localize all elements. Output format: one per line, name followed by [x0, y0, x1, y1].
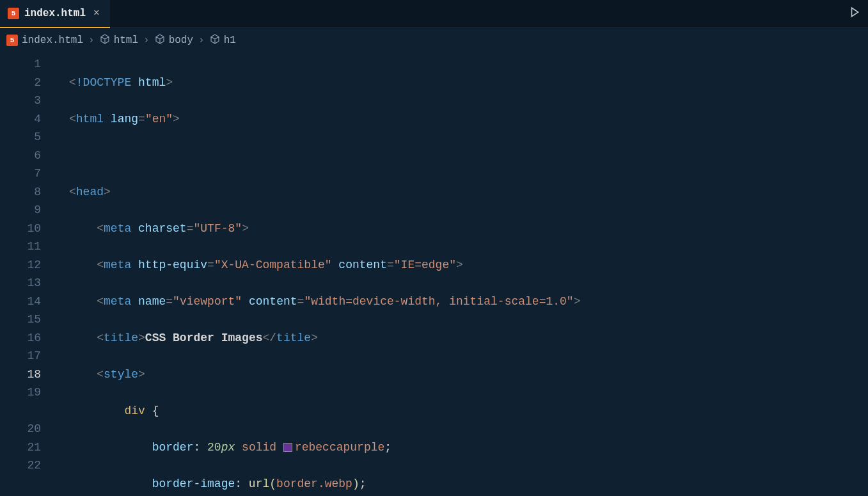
code-line[interactable]: <head>	[54, 183, 868, 202]
code-line[interactable]: border: 20px solid rebeccapurple;	[54, 438, 868, 457]
color-swatch-icon[interactable]	[283, 443, 292, 452]
breadcrumb: 5 index.html › html › body › h1	[0, 28, 868, 52]
line-number: 17	[0, 347, 41, 365]
tab-index-html[interactable]: 5 index.html ×	[0, 0, 110, 28]
line-number: 2	[0, 74, 41, 92]
line-number: 15	[0, 310, 41, 329]
code-line[interactable]: <html lang="en">	[54, 110, 868, 129]
line-number: 9	[0, 201, 41, 220]
line-number-gutter: 12345678910111213141516171819202122	[0, 52, 54, 496]
line-number: 10	[0, 220, 41, 238]
line-number: 18	[0, 365, 41, 384]
code-line[interactable]: <meta charset="UTF-8">	[54, 220, 868, 238]
html5-icon: 5	[6, 35, 18, 46]
breadcrumb-h1[interactable]: h1	[210, 34, 236, 47]
html5-icon: 5	[8, 8, 19, 19]
line-number: 12	[0, 256, 41, 275]
editor[interactable]: 12345678910111213141516171819202122 <!DO…	[0, 52, 868, 496]
code-line[interactable]: <meta http-equiv="X-UA-Compatible" conte…	[54, 256, 868, 275]
code-content[interactable]: <!DOCTYPE html> <html lang="en"> <head> …	[54, 52, 868, 496]
line-number: 11	[0, 237, 41, 256]
line-number: 21	[0, 438, 41, 457]
breadcrumb-html[interactable]: html	[100, 34, 138, 47]
line-number: 3	[0, 92, 41, 110]
code-line[interactable]: div {	[54, 402, 868, 420]
code-line[interactable]: <style>	[54, 365, 868, 384]
symbol-icon	[100, 34, 110, 47]
code-line[interactable]: <!DOCTYPE html>	[54, 74, 868, 92]
line-number	[0, 402, 41, 420]
symbol-icon	[210, 34, 220, 47]
code-line[interactable]: <meta name="viewport" content="width=dev…	[54, 292, 868, 311]
chevron-right-icon: ›	[198, 35, 205, 46]
line-number: 5	[0, 128, 41, 147]
line-number: 14	[0, 292, 41, 311]
line-number: 8	[0, 183, 41, 202]
tab-label: index.html	[24, 8, 86, 19]
line-number: 19	[0, 383, 41, 402]
play-icon[interactable]	[849, 6, 860, 21]
code-line[interactable]	[54, 147, 868, 165]
line-number: 4	[0, 110, 41, 129]
breadcrumb-label: body	[169, 35, 193, 46]
line-number: 16	[0, 329, 41, 348]
symbol-icon	[155, 34, 165, 47]
code-line[interactable]: border-image: url(border.webp);	[54, 475, 868, 493]
breadcrumb-file[interactable]: 5 index.html	[6, 35, 83, 46]
line-number: 7	[0, 164, 41, 183]
line-number: 1	[0, 55, 41, 74]
breadcrumb-label: h1	[224, 35, 236, 46]
line-number: 20	[0, 420, 41, 438]
breadcrumb-label: html	[114, 35, 138, 46]
chevron-right-icon: ›	[143, 35, 150, 46]
tab-bar: 5 index.html ×	[0, 0, 868, 28]
breadcrumb-label: index.html	[22, 35, 83, 46]
line-number: 22	[0, 456, 41, 475]
close-icon[interactable]: ×	[91, 6, 102, 20]
breadcrumb-body[interactable]: body	[155, 34, 193, 47]
chevron-right-icon: ›	[88, 35, 95, 46]
code-line[interactable]: <title>CSS Border Images</title>	[54, 329, 868, 348]
line-number: 6	[0, 147, 41, 165]
line-number: 13	[0, 274, 41, 292]
